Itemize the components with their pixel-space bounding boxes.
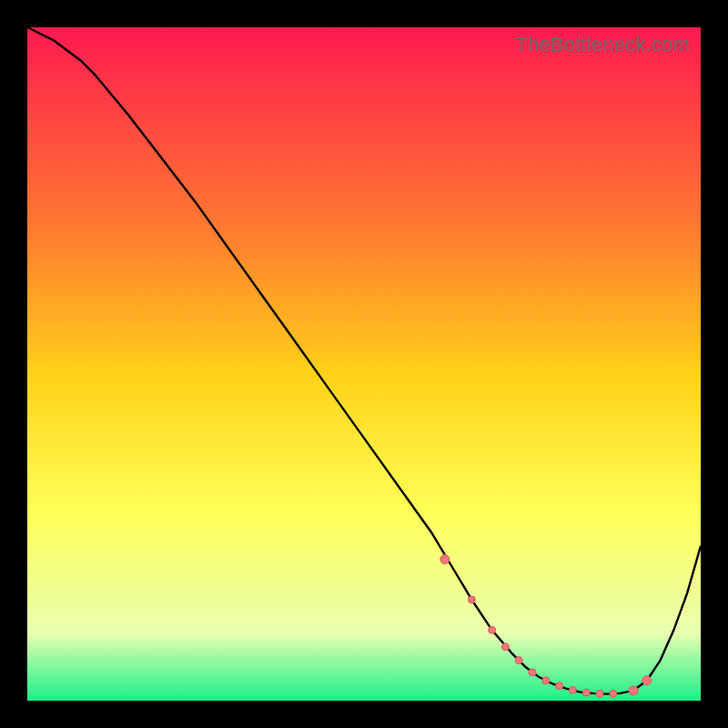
curve-marker [556,682,563,690]
curve-marker [529,669,536,676]
curve-marker [501,643,509,651]
curve-marker [542,677,550,684]
curve-marker [440,555,450,564]
curve-marker [468,596,475,603]
curve-marker [629,686,638,695]
bottleneck-chart [27,27,701,701]
curve-marker [515,657,522,664]
curve-marker [569,686,576,693]
curve-marker [489,626,496,633]
curve-marker [596,690,603,697]
curve-marker [642,676,652,685]
curve-marker [582,689,590,696]
curve-marker [610,690,617,697]
gradient-background [27,27,701,701]
chart-frame: TheBottleneck.com [27,27,701,701]
watermark-text: TheBottleneck.com [515,33,690,56]
